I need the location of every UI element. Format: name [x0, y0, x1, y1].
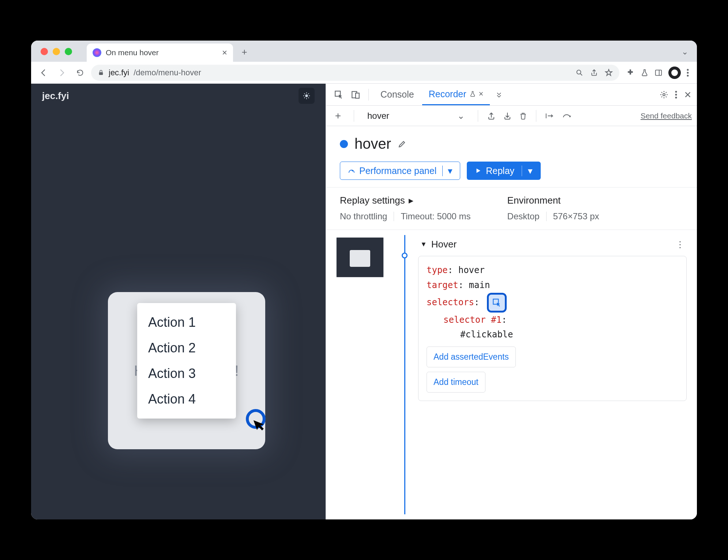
window-close[interactable] — [41, 48, 48, 55]
step-kebab-icon[interactable]: ⋮ — [676, 239, 684, 250]
selector-value[interactable]: #clickable — [460, 329, 513, 340]
menu-item-action-2[interactable]: Action 2 — [137, 335, 236, 361]
toolbar: jec.fyi/demo/menu-hover — [31, 62, 697, 84]
inspect-element-icon[interactable] — [331, 87, 346, 102]
menu-item-action-1[interactable]: Action 1 — [137, 310, 236, 335]
add-asserted-events-button[interactable]: Add assertedEvents — [427, 347, 516, 367]
disclosure-triangle-icon[interactable]: ▼ — [420, 241, 427, 248]
menu-item-action-3[interactable]: Action 3 — [137, 361, 236, 386]
tab-close-icon[interactable]: × — [222, 48, 227, 58]
svg-rect-18 — [356, 93, 359, 98]
recording-status-dot — [340, 140, 348, 148]
forward-button[interactable] — [55, 65, 69, 80]
omnibox-icons — [575, 69, 613, 77]
share-icon[interactable] — [590, 69, 598, 77]
recorder-toolbar: + hover ⌄ Send feedback — [326, 106, 697, 126]
recording-select[interactable]: hover ⌄ — [363, 109, 469, 123]
extensions-icon[interactable] — [626, 68, 635, 77]
throttle-value: No throttling — [340, 211, 387, 222]
svg-point-22 — [675, 97, 677, 98]
bookmark-icon[interactable] — [605, 69, 613, 77]
browser-tab[interactable]: On menu hover × — [87, 43, 233, 62]
close-devtools-icon[interactable] — [684, 91, 692, 99]
flask-icon — [469, 91, 476, 97]
chevron-down-icon[interactable]: ▾ — [442, 166, 453, 176]
new-recording-button[interactable]: + — [331, 109, 345, 123]
add-timeout-button[interactable]: Add timeout — [427, 372, 485, 393]
timeline-node[interactable] — [402, 253, 408, 258]
menu-item-action-4[interactable]: Action 4 — [137, 386, 236, 412]
edit-title-icon[interactable] — [398, 140, 406, 148]
environment-label: Environment — [507, 195, 599, 206]
chevron-down-icon[interactable]: ▾ — [522, 166, 533, 176]
delete-icon[interactable] — [519, 111, 527, 120]
menu-kebab-icon[interactable] — [687, 69, 689, 77]
zoom-icon[interactable] — [575, 69, 583, 77]
url-path: /demo/menu-hover — [134, 68, 201, 77]
tab-recorder[interactable]: Recorder × — [422, 84, 490, 105]
send-feedback-link[interactable]: Send feedback — [641, 111, 692, 120]
extension-icons — [623, 67, 692, 79]
svg-rect-2 — [656, 70, 662, 75]
action-menu: Action 1 Action 2 Action 3 Action 4 — [137, 303, 236, 419]
recording-header: hover Performance panel ▾ Replay ▾ — [326, 126, 697, 187]
replay-settings-row: Replay settings ▸ No throttling Timeout:… — [326, 187, 697, 230]
svg-line-14 — [308, 94, 309, 94]
performance-panel-button[interactable]: Performance panel ▾ — [340, 162, 460, 180]
svg-point-6 — [687, 75, 689, 76]
svg-line-12 — [304, 94, 305, 94]
chevron-down-icon: ⌄ — [457, 111, 465, 121]
window-titlebar: On menu hover × + ⌄ — [31, 41, 697, 62]
svg-point-20 — [675, 91, 677, 92]
step-header[interactable]: ▼ Hover ⋮ — [418, 235, 687, 256]
browser-window: On menu hover × + ⌄ jec.fyi/demo/menu-ho… — [31, 41, 697, 519]
step-over-icon[interactable] — [545, 112, 555, 120]
side-panel-icon[interactable] — [654, 69, 663, 77]
window-maximize[interactable] — [65, 48, 72, 55]
gear-icon[interactable] — [660, 90, 668, 99]
theme-toggle-button[interactable] — [299, 88, 315, 104]
svg-line-13 — [308, 98, 309, 98]
tab-recorder-close-icon[interactable]: × — [479, 89, 484, 99]
recording-title: hover — [354, 136, 391, 152]
timeout-value: Timeout: 5000 ms — [401, 211, 470, 222]
svg-point-19 — [663, 94, 665, 96]
step-thumbnail[interactable] — [336, 237, 384, 277]
content-split: jec.fyi Hover over me! Action 1 Action 2… — [31, 84, 697, 519]
back-button[interactable] — [36, 65, 51, 80]
continue-icon[interactable] — [562, 112, 571, 120]
export-icon[interactable] — [487, 111, 496, 120]
favicon-icon — [93, 48, 101, 57]
device-toggle-icon[interactable] — [348, 87, 363, 102]
kebab-icon[interactable] — [675, 91, 677, 99]
reload-button[interactable] — [73, 65, 87, 80]
svg-rect-0 — [99, 72, 103, 75]
import-icon[interactable] — [503, 111, 512, 120]
svg-point-5 — [687, 72, 689, 73]
labs-icon[interactable] — [641, 69, 649, 77]
step-name: Hover — [431, 239, 457, 250]
page-viewport: jec.fyi Hover over me! Action 1 Action 2… — [31, 84, 326, 519]
tab-console[interactable]: Console — [374, 84, 421, 105]
devtools-panel: Console Recorder × + — [326, 84, 697, 519]
tab-title: On menu hover — [106, 48, 159, 57]
svg-point-21 — [675, 94, 677, 95]
lock-icon — [98, 69, 104, 76]
step-body: type: hover target: main selectors: sele… — [418, 256, 687, 401]
traffic-lights — [41, 48, 72, 55]
svg-point-1 — [577, 70, 581, 74]
new-tab-button[interactable]: + — [239, 46, 250, 57]
address-bar[interactable]: jec.fyi/demo/menu-hover — [91, 65, 619, 81]
profile-avatar[interactable] — [668, 67, 681, 79]
page-brand[interactable]: jec.fyi — [42, 90, 69, 102]
pick-selector-button[interactable] — [487, 293, 507, 313]
more-tabs-chevron-icon[interactable] — [491, 87, 507, 102]
device-value: Desktop — [507, 211, 540, 222]
window-minimize[interactable] — [53, 48, 60, 55]
replay-settings-label[interactable]: Replay settings ▸ — [340, 195, 471, 206]
tablist-chevron-icon[interactable]: ⌄ — [682, 47, 688, 57]
page-header: jec.fyi — [31, 84, 326, 108]
replay-button[interactable]: Replay ▾ — [467, 162, 541, 180]
devtools-tabstrip: Console Recorder × — [326, 84, 697, 106]
svg-point-4 — [687, 69, 689, 71]
